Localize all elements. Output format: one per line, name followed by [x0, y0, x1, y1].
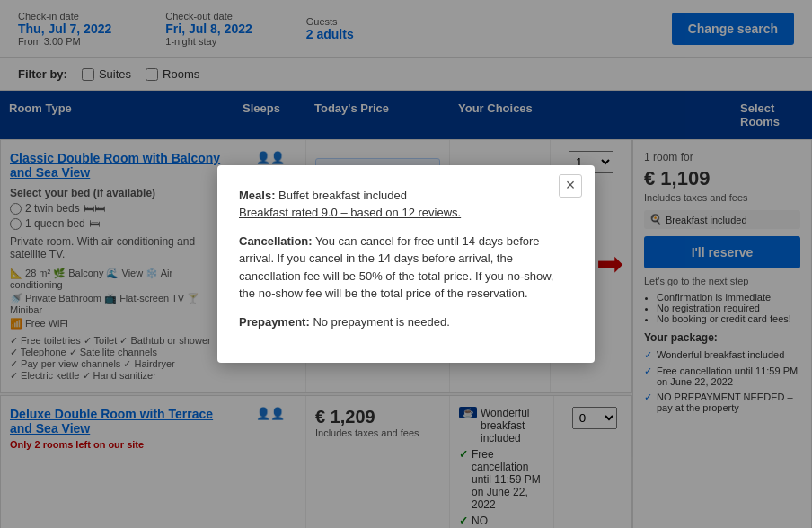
modal-meals-section: Meals: Buffet breakfast included Breakfa…: [239, 187, 573, 222]
prepayment-label: Prepayment:: [239, 315, 310, 329]
breakfast-rating: Breakfast rated 9.0 – based on 12 review…: [239, 206, 461, 219]
cancellation-label: Cancellation:: [239, 234, 313, 248]
modal-prepayment-section: Prepayment: No prepayment is needed.: [239, 313, 573, 331]
meals-label: Meals:: [239, 189, 275, 202]
modal-dialog: × Meals: Buffet breakfast included Break…: [217, 165, 595, 364]
modal-cancellation-section: Cancellation: You can cancel for free un…: [239, 233, 573, 303]
prepayment-text: No prepayment is needed.: [313, 315, 449, 329]
modal-close-button[interactable]: ×: [559, 174, 582, 198]
meals-text: Buffet breakfast included: [278, 189, 407, 202]
modal-overlay[interactable]: × Meals: Buffet breakfast included Break…: [0, 0, 812, 528]
